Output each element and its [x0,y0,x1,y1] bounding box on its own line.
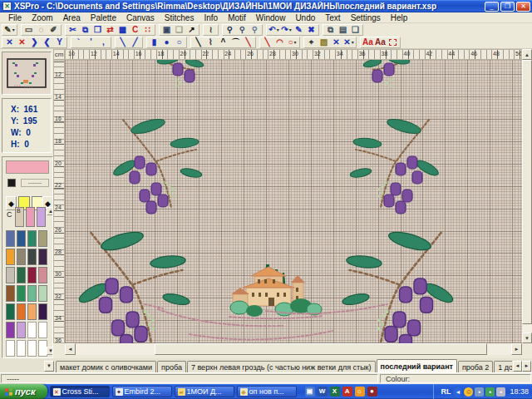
backstitch-arc[interactable]: ⌒ [229,37,242,48]
quarter-stitch[interactable]: ❮ [41,37,53,48]
display-quick-icon[interactable]: ▣ [305,387,315,397]
network-tray-icon[interactable]: ▪ [496,387,505,397]
menu-item-palette[interactable]: Palette [86,12,121,23]
thread-swatch[interactable] [38,322,47,338]
zoom-fit-button[interactable]: ⚲ [249,25,261,36]
dashed-select-button[interactable] [387,37,399,48]
thread-swatch[interactable] [6,230,15,247]
three-quarter-stitch[interactable]: ❯ [28,37,41,48]
pencil-tool[interactable]: ✎▾ [3,25,16,36]
palette-scroll-down-button[interactable]: ▼ [44,361,54,372]
black-color-swatch[interactable] [7,179,16,187]
stitch-eraser-all-button-dropdown[interactable]: ▾ [352,40,354,45]
thread-swatch[interactable] [38,230,47,247]
close-button[interactable]: ✕ [516,2,530,12]
horizontal-scrollbar[interactable]: ◄ ► [65,343,522,355]
stitch-eraser-button[interactable]: ✕ [330,37,342,48]
antivirus-tray-icon[interactable]: ▪ [485,387,495,397]
thread-swatch[interactable] [27,322,37,338]
scroll-up-button[interactable]: ▲ [522,49,532,60]
taskbar-task-3[interactable]: ▰1МОИ Д... [175,386,234,397]
delete-stitch-button[interactable]: ✖ [305,25,318,36]
pattern-tab-1[interactable]: макет домик с оливочками [56,361,156,372]
backstitch-angle[interactable]: ^ [217,37,229,48]
menu-item-motif[interactable]: Motif [223,12,251,23]
pattern-tab-5[interactable]: проба 2 [458,361,493,372]
palette-scroll-up-button[interactable]: ▲ [47,207,53,215]
thread-strip-beige[interactable]: B [15,207,24,227]
thread-swatch[interactable] [6,303,15,320]
pattern-swatch-button[interactable]: ▨ [318,37,330,48]
thread-swatch[interactable] [17,303,26,320]
thread-swatch[interactable] [17,285,26,302]
petite-stitch-1[interactable]: ` [72,37,85,48]
curve-red[interactable]: ◠ [273,37,286,48]
maximize-button[interactable]: ❐ [500,2,515,12]
menu-item-area[interactable]: Area [58,12,86,23]
design-canvas[interactable] [65,60,522,343]
thread-swatch[interactable] [17,230,26,247]
pencil-tool-dropdown[interactable]: ▾ [12,27,15,32]
undo-button-dropdown[interactable]: ▾ [277,27,279,32]
circle-red-dropdown[interactable]: ▾ [294,40,297,45]
menu-item-file[interactable]: File [3,12,27,23]
tab-scroll-left-button[interactable]: ◄ [513,361,522,372]
text-tool-colored[interactable]: Aa [362,37,374,48]
thread-strip-lavender[interactable] [37,207,46,227]
zoom-out-button[interactable]: ⚲ [236,25,249,36]
horizontal-scroll-thumb[interactable] [155,343,487,355]
menu-item-info[interactable]: Info [199,12,223,23]
new-page-button[interactable]: ▤ [337,25,349,36]
thread-swatch[interactable] [38,303,47,320]
stitch-style-strip[interactable]: ------- [21,179,49,187]
thread-swatch[interactable] [38,267,47,283]
petite-stitch-2[interactable]: ' [85,37,97,48]
thread-button[interactable]: ≀ [204,25,217,36]
text-tool[interactable]: Aa [374,37,387,48]
rect-select-tool[interactable]: ▭ [22,25,35,36]
menu-item-canvas[interactable]: Canvas [121,12,160,23]
menu-item-help[interactable]: Help [386,12,413,23]
lasso-select-tool[interactable]: ◌ [35,25,47,36]
icq-tray-icon[interactable]: ☺ [464,387,473,397]
icq-quick-icon[interactable]: ☼ [355,387,365,397]
find-stitch-button[interactable]: ⌖ [305,37,318,48]
freehand-select-tool[interactable]: ✐ [47,25,60,36]
word-quick-icon[interactable]: W [318,387,328,397]
stitch-eraser-all-button[interactable]: ✕▾ [342,37,355,48]
menu-item-stitches[interactable]: Stitches [160,12,200,23]
menu-item-settings[interactable]: Settings [346,12,386,23]
backstitch[interactable]: ╲ [192,37,204,48]
media-quick-icon[interactable]: ● [367,387,377,397]
thread-swatch[interactable] [17,340,26,357]
copy-button[interactable]: ⧉ [79,25,91,36]
thread-swatch[interactable] [6,340,15,357]
taskbar-task-4[interactable]: ◆оп нов п... [237,386,297,397]
backstitch-red[interactable]: ╲ [242,37,254,48]
menu-item-undo[interactable]: Undo [290,12,320,23]
start-button[interactable]: пуск [0,384,47,399]
thread-swatch[interactable] [6,267,15,283]
thread-swatch[interactable] [6,322,15,338]
replace-color-button[interactable]: ∷ [141,25,154,36]
paste-button[interactable]: ❐ [91,25,104,36]
copy-design-button[interactable]: ⧉ [324,25,337,36]
vertical-stitch[interactable]: ▮ [148,37,160,48]
cut-button[interactable]: ✂ [66,25,79,36]
thread-swatch[interactable] [6,285,15,302]
longstitch-red[interactable]: ╲ [261,37,273,48]
edit-stitch-button[interactable]: ✎ [293,25,305,36]
menu-item-text[interactable]: Text [320,12,345,23]
thread-swatch[interactable] [27,267,37,283]
taskbar-clock[interactable]: 18:38 [510,387,529,396]
thread-swatch[interactable] [6,249,15,265]
redo-button-dropdown[interactable]: ▾ [289,27,292,32]
circle-red[interactable]: ○▾ [286,37,298,48]
backstitch-double[interactable]: ⌇ [204,37,217,48]
redo-button[interactable]: ↷▾ [280,25,293,36]
thread-swatch[interactable] [27,230,37,247]
excel-quick-icon[interactable]: X [330,387,340,397]
rotate-button[interactable]: C [129,25,141,36]
tab-scroll-right-button[interactable]: ► [522,361,531,372]
petite-stitch-3[interactable]: , [97,37,110,48]
